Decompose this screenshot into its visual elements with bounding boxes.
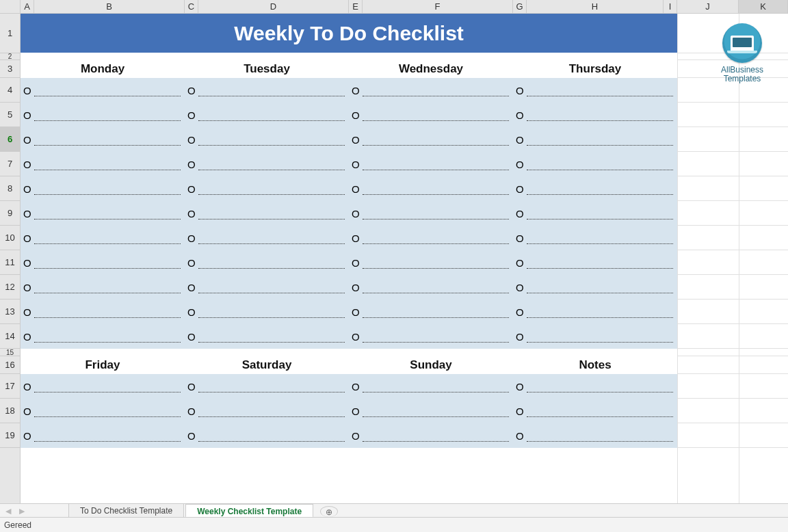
task-cell[interactable]: O xyxy=(185,423,349,448)
task-cell[interactable]: O xyxy=(513,324,677,349)
row-header-14[interactable]: 14 xyxy=(0,324,20,349)
task-cell[interactable]: O xyxy=(513,423,677,448)
task-row[interactable]: OOOO xyxy=(21,374,677,399)
task-cell[interactable]: O xyxy=(513,152,677,176)
new-sheet-button[interactable]: ⊕ xyxy=(320,506,338,517)
column-header-G[interactable]: G xyxy=(513,0,527,13)
task-cell[interactable]: O xyxy=(21,201,185,226)
task-cell[interactable]: O xyxy=(185,103,349,127)
task-cell[interactable]: O xyxy=(349,78,513,103)
task-cell[interactable]: O xyxy=(513,399,677,423)
task-row[interactable]: OOOO xyxy=(21,300,677,324)
column-header-D[interactable]: D xyxy=(198,0,349,13)
task-cell[interactable]: O xyxy=(185,127,349,152)
task-cell[interactable]: O xyxy=(349,275,513,300)
tab-weekly-checklist-template[interactable]: Weekly Checklist Template xyxy=(185,504,313,518)
task-cell[interactable]: O xyxy=(185,176,349,201)
task-cell[interactable]: O xyxy=(185,300,349,324)
task-cell[interactable]: O xyxy=(185,399,349,423)
task-cell[interactable]: O xyxy=(21,103,185,127)
task-cell[interactable]: O xyxy=(185,201,349,226)
row-header-12[interactable]: 12 xyxy=(0,275,20,300)
task-cell[interactable]: O xyxy=(21,152,185,176)
task-cell[interactable]: O xyxy=(349,201,513,226)
task-cell[interactable]: O xyxy=(185,324,349,349)
task-cell[interactable]: O xyxy=(513,201,677,226)
task-row[interactable]: OOOO xyxy=(21,250,677,275)
row-header-9[interactable]: 9 xyxy=(0,201,20,226)
column-header-I[interactable]: I xyxy=(664,0,677,13)
tab-nav-prev-icon[interactable]: ◀ xyxy=(5,507,11,516)
row-header-19[interactable]: 19 xyxy=(0,423,20,448)
task-block-bottom[interactable]: OOOOOOOOOOOO xyxy=(21,374,677,448)
task-cell[interactable]: O xyxy=(185,152,349,176)
row-header-7[interactable]: 7 xyxy=(0,152,20,176)
task-cell[interactable]: O xyxy=(349,399,513,423)
task-row[interactable]: OOOO xyxy=(21,103,677,127)
task-cell[interactable]: O xyxy=(185,374,349,399)
task-cell[interactable]: O xyxy=(21,176,185,201)
select-all-corner[interactable] xyxy=(0,0,21,13)
task-cell[interactable]: O xyxy=(513,300,677,324)
task-cell[interactable]: O xyxy=(349,103,513,127)
column-header-E[interactable]: E xyxy=(349,0,363,13)
task-cell[interactable]: O xyxy=(513,78,677,103)
task-cell[interactable]: O xyxy=(349,300,513,324)
task-row[interactable]: OOOO xyxy=(21,275,677,300)
task-cell[interactable]: O xyxy=(21,78,185,103)
row-header-15[interactable]: 15 xyxy=(0,349,20,356)
task-cell[interactable]: O xyxy=(513,103,677,127)
row-header-6[interactable]: 6 xyxy=(0,127,20,152)
task-row[interactable]: OOOO xyxy=(21,78,677,103)
row-header-2[interactable]: 2 xyxy=(0,53,20,60)
task-row[interactable]: OOOO xyxy=(21,226,677,250)
task-cell[interactable]: O xyxy=(349,423,513,448)
column-header-K[interactable]: K xyxy=(739,0,788,13)
task-row[interactable]: OOOO xyxy=(21,423,677,448)
row-header-1[interactable]: 1 xyxy=(0,14,20,53)
task-block-top[interactable]: OOOOOOOOOOOOOOOOOOOOOOOOOOOOOOOOOOOOOOOO… xyxy=(21,78,677,349)
row-header-3[interactable]: 3 xyxy=(0,60,20,78)
task-cell[interactable]: O xyxy=(513,374,677,399)
task-row[interactable]: OOOO xyxy=(21,176,677,201)
task-cell[interactable]: O xyxy=(349,324,513,349)
task-cell[interactable]: O xyxy=(21,275,185,300)
task-cell[interactable]: O xyxy=(349,250,513,275)
column-header-C[interactable]: C xyxy=(185,0,198,13)
task-cell[interactable]: O xyxy=(513,176,677,201)
task-cell[interactable]: O xyxy=(185,78,349,103)
task-cell[interactable]: O xyxy=(513,250,677,275)
row-header-13[interactable]: 13 xyxy=(0,300,20,324)
tab-nav-next-icon[interactable]: ▶ xyxy=(19,507,25,516)
task-cell[interactable]: O xyxy=(513,127,677,152)
row-header-8[interactable]: 8 xyxy=(0,176,20,201)
row-header-17[interactable]: 17 xyxy=(0,374,20,399)
task-cell[interactable]: O xyxy=(21,423,185,448)
column-header-H[interactable]: H xyxy=(527,0,664,13)
task-cell[interactable]: O xyxy=(21,399,185,423)
row-header-5[interactable]: 5 xyxy=(0,103,20,127)
column-header-A[interactable]: A xyxy=(21,0,34,13)
task-cell[interactable]: O xyxy=(21,250,185,275)
task-cell[interactable]: O xyxy=(349,226,513,250)
task-row[interactable]: OOOO xyxy=(21,399,677,423)
column-header-B[interactable]: B xyxy=(34,0,185,13)
row-header-11[interactable]: 11 xyxy=(0,250,20,275)
row-header-16[interactable]: 16 xyxy=(0,356,20,374)
task-cell[interactable]: O xyxy=(21,226,185,250)
column-header-F[interactable]: F xyxy=(363,0,513,13)
row-header-18[interactable]: 18 xyxy=(0,399,20,423)
cell-grid[interactable]: Weekly To Do Checklist AllBusiness Templ… xyxy=(21,14,788,503)
task-cell[interactable]: O xyxy=(349,176,513,201)
row-header-10[interactable]: 10 xyxy=(0,226,20,250)
task-cell[interactable]: O xyxy=(185,250,349,275)
task-row[interactable]: OOOO xyxy=(21,324,677,349)
task-cell[interactable]: O xyxy=(513,226,677,250)
task-cell[interactable]: O xyxy=(349,374,513,399)
task-cell[interactable]: O xyxy=(513,275,677,300)
task-cell[interactable]: O xyxy=(21,300,185,324)
column-header-J[interactable]: J xyxy=(677,0,739,13)
tab-to-do-checklist-template[interactable]: To Do Checklist Template xyxy=(68,503,184,517)
task-row[interactable]: OOOO xyxy=(21,201,677,226)
task-row[interactable]: OOOO xyxy=(21,127,677,152)
